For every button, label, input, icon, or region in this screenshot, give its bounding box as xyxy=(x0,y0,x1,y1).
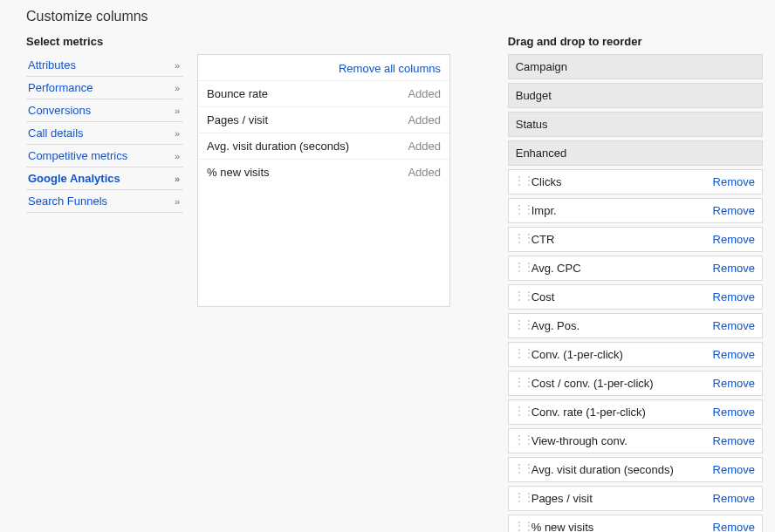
remove-link[interactable]: Remove xyxy=(713,406,755,419)
metric-added-status: Added xyxy=(408,113,441,126)
category-item[interactable]: Call details» xyxy=(26,122,183,145)
metric-added-status: Added xyxy=(408,166,441,179)
drag-handle-icon[interactable] xyxy=(516,464,525,476)
drag-handle-icon[interactable] xyxy=(516,234,525,246)
reorder-item[interactable]: CostRemove xyxy=(508,284,763,310)
drag-handle-icon[interactable] xyxy=(516,205,525,217)
reorder-label: CTR xyxy=(532,233,706,246)
category-item[interactable]: Performance» xyxy=(26,77,183,99)
reorder-heading: Drag and drop to reorder xyxy=(508,35,763,54)
drag-handle-icon[interactable] xyxy=(516,435,525,447)
chevron-right-icon: » xyxy=(175,151,178,161)
reorder-label: Cost / conv. (1-per-click) xyxy=(532,377,706,390)
reorder-item[interactable]: Conv. (1-per-click)Remove xyxy=(508,342,763,367)
remove-link[interactable]: Remove xyxy=(713,233,755,246)
metric-row[interactable]: Pages / visitAdded xyxy=(198,107,449,133)
reorder-item[interactable]: CTRRemove xyxy=(508,227,763,252)
reorder-item: Enhanced xyxy=(508,140,763,166)
reorder-label: View-through conv. xyxy=(532,434,706,447)
drag-handle-icon[interactable] xyxy=(516,406,525,419)
category-item[interactable]: Attributes» xyxy=(26,54,183,77)
reorder-label: Cost xyxy=(532,290,706,304)
metric-row[interactable]: % new visitsAdded xyxy=(198,160,449,185)
reorder-label: Clicks xyxy=(532,175,706,188)
remove-link[interactable]: Remove xyxy=(713,290,755,304)
metric-label: Bounce rate xyxy=(207,87,268,100)
metric-label: % new visits xyxy=(207,166,270,179)
remove-link[interactable]: Remove xyxy=(713,434,755,447)
drag-handle-icon[interactable] xyxy=(516,291,525,304)
category-label: Performance xyxy=(28,81,93,94)
page-title: Customize columns xyxy=(0,0,775,35)
reorder-label: Avg. visit duration (seconds) xyxy=(532,463,706,476)
reorder-item[interactable]: % new visitsRemove xyxy=(508,515,763,532)
remove-link[interactable]: Remove xyxy=(713,204,755,217)
remove-link[interactable]: Remove xyxy=(713,492,755,505)
remove-all-columns-link[interactable]: Remove all columns xyxy=(339,62,441,75)
reorder-label: Enhanced xyxy=(516,147,755,160)
chevron-right-icon: » xyxy=(175,128,178,139)
remove-link[interactable]: Remove xyxy=(713,348,755,361)
reorder-item[interactable]: Avg. visit duration (seconds)Remove xyxy=(508,457,763,482)
right-column: Drag and drop to reorder CampaignBudgetS… xyxy=(508,35,763,532)
reorder-label: Conv. (1-per-click) xyxy=(532,348,706,361)
reorder-item[interactable]: Impr.Remove xyxy=(508,198,763,223)
category-label: Search Funnels xyxy=(28,194,107,208)
drag-handle-icon[interactable] xyxy=(516,378,525,390)
reorder-label: Status xyxy=(516,118,755,131)
category-label: Google Analytics xyxy=(28,172,120,185)
left-column: Select metrics Attributes»Performance»Co… xyxy=(26,35,457,307)
reorder-item[interactable]: Avg. Pos.Remove xyxy=(508,313,763,338)
category-item[interactable]: Conversions» xyxy=(26,99,183,122)
remove-link[interactable]: Remove xyxy=(713,319,755,332)
reorder-label: Conv. rate (1-per-click) xyxy=(532,406,706,419)
metric-label: Avg. visit duration (seconds) xyxy=(207,140,349,153)
chevron-right-icon: » xyxy=(175,83,178,93)
drag-handle-icon[interactable] xyxy=(516,493,525,505)
select-metrics-heading: Select metrics xyxy=(26,35,457,54)
drag-handle-icon[interactable] xyxy=(516,320,525,332)
reorder-item: Status xyxy=(508,112,763,137)
category-item[interactable]: Google Analytics» xyxy=(26,167,183,190)
category-item[interactable]: Search Funnels» xyxy=(26,190,183,213)
reorder-item[interactable]: ClicksRemove xyxy=(508,169,763,194)
reorder-label: Avg. CPC xyxy=(532,262,706,275)
metrics-panel: Remove all columns Bounce rateAddedPages… xyxy=(197,54,450,307)
reorder-item[interactable]: Conv. rate (1-per-click)Remove xyxy=(508,399,763,425)
reorder-item[interactable]: Cost / conv. (1-per-click)Remove xyxy=(508,371,763,396)
remove-link[interactable]: Remove xyxy=(713,463,755,476)
drag-handle-icon[interactable] xyxy=(516,349,525,361)
remove-link[interactable]: Remove xyxy=(713,262,755,275)
reorder-list: CampaignBudgetStatusEnhancedClicksRemove… xyxy=(508,54,763,532)
category-label: Attributes xyxy=(28,58,76,72)
chevron-right-icon: » xyxy=(175,174,178,184)
metric-row[interactable]: Bounce rateAdded xyxy=(198,81,449,107)
metric-added-status: Added xyxy=(408,87,441,100)
remove-link[interactable]: Remove xyxy=(713,521,755,532)
chevron-right-icon: » xyxy=(175,106,178,116)
metric-row[interactable]: Avg. visit duration (seconds)Added xyxy=(198,133,449,160)
reorder-item[interactable]: Avg. CPCRemove xyxy=(508,256,763,281)
reorder-item: Campaign xyxy=(508,54,763,79)
reorder-item[interactable]: Pages / visitRemove xyxy=(508,486,763,511)
metrics-list: Bounce rateAddedPages / visitAddedAvg. v… xyxy=(198,81,449,185)
reorder-label: Pages / visit xyxy=(532,492,706,505)
remove-link[interactable]: Remove xyxy=(713,175,755,188)
category-label: Conversions xyxy=(28,104,91,117)
remove-link[interactable]: Remove xyxy=(713,377,755,390)
category-label: Call details xyxy=(28,126,84,140)
category-item[interactable]: Competitive metrics» xyxy=(26,145,183,167)
chevron-right-icon: » xyxy=(175,60,178,71)
drag-handle-icon[interactable] xyxy=(516,522,525,533)
category-label: Competitive metrics xyxy=(28,149,127,162)
reorder-label: % new visits xyxy=(532,521,706,532)
drag-handle-icon[interactable] xyxy=(516,263,525,275)
reorder-label: Impr. xyxy=(532,204,706,217)
chevron-right-icon: » xyxy=(175,196,178,207)
reorder-item[interactable]: View-through conv.Remove xyxy=(508,428,763,454)
reorder-label: Avg. Pos. xyxy=(532,319,706,332)
category-list: Attributes»Performance»Conversions»Call … xyxy=(26,54,183,213)
reorder-label: Budget xyxy=(516,89,755,102)
metric-added-status: Added xyxy=(408,140,441,153)
drag-handle-icon[interactable] xyxy=(516,176,525,188)
